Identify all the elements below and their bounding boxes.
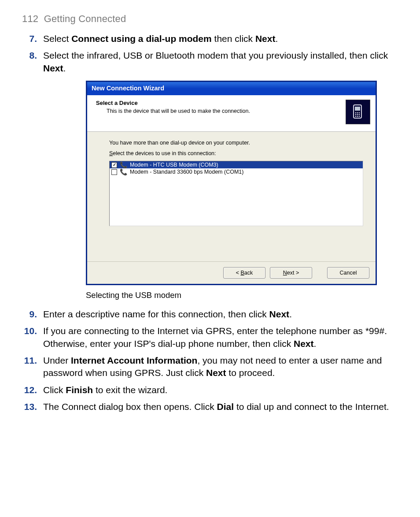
step-11: 11. Under Internet Account Information, … bbox=[22, 354, 400, 379]
svg-point-7 bbox=[359, 114, 360, 115]
step-13: 13. The Connect dialog box then opens. C… bbox=[22, 401, 400, 413]
device-label: Modem - HTC USB Modem (COM3) bbox=[130, 162, 218, 168]
cancel-button-label: Cancel bbox=[340, 270, 357, 276]
step-number: 7. bbox=[22, 33, 43, 45]
svg-point-6 bbox=[357, 114, 358, 115]
wizard-titlebar: New Connection Wizard bbox=[87, 82, 376, 95]
step-12: 12. Click Finish to exit the wizard. bbox=[22, 384, 400, 396]
wizard-window: New Connection Wizard Select a Device Th… bbox=[86, 81, 377, 285]
svg-point-8 bbox=[355, 116, 357, 117]
step-number: 8. bbox=[22, 49, 43, 74]
page-number: 112 bbox=[22, 13, 38, 24]
device-list-item[interactable]: ✓📞Modem - HTC USB Modem (COM3) bbox=[110, 161, 363, 168]
steps-list-continued: 9. Enter a descriptive name for this con… bbox=[22, 308, 400, 413]
wizard-content: You have more than one dial-up device on… bbox=[87, 132, 376, 261]
step-9: 9. Enter a descriptive name for this con… bbox=[22, 308, 400, 320]
modem-icon: 📞 bbox=[120, 162, 127, 168]
wizard-heading: Select a Device bbox=[96, 100, 250, 106]
step-body: If you are connecting to the Internet vi… bbox=[43, 325, 400, 350]
step-body: Select Connect using a dial-up modem the… bbox=[43, 33, 400, 45]
modem-icon: 📞 bbox=[120, 169, 127, 175]
next-button[interactable]: Next > bbox=[270, 267, 312, 279]
section-title: Getting Connected bbox=[44, 13, 126, 24]
step-number: 12. bbox=[22, 384, 43, 396]
wizard-button-panel: < Back Next > Cancel bbox=[87, 261, 376, 284]
step-8: 8. Select the infrared, USB or Bluetooth… bbox=[22, 49, 400, 74]
device-checkbox[interactable] bbox=[111, 169, 117, 175]
wizard-header-text: Select a Device This is the device that … bbox=[96, 100, 250, 114]
cancel-button[interactable]: Cancel bbox=[327, 267, 369, 279]
next-button-label: Next > bbox=[283, 270, 299, 276]
step-10: 10. If you are connecting to the Interne… bbox=[22, 325, 400, 350]
step-number: 13. bbox=[22, 401, 43, 413]
wizard-select-label: Select the devices to use in this connec… bbox=[109, 150, 363, 156]
wizard-header-panel: Select a Device This is the device that … bbox=[87, 95, 376, 132]
svg-point-5 bbox=[355, 114, 357, 115]
svg-point-2 bbox=[355, 112, 357, 114]
step-body: Click Finish to exit the wizard. bbox=[43, 384, 400, 396]
device-checkbox[interactable]: ✓ bbox=[111, 162, 117, 168]
device-list-item[interactable]: 📞Modem - Standard 33600 bps Modem (COM1) bbox=[110, 168, 363, 175]
step-body: Select the infrared, USB or Bluetooth mo… bbox=[43, 49, 400, 74]
steps-list: 7. Select Connect using a dial-up modem … bbox=[22, 33, 400, 74]
step-7: 7. Select Connect using a dial-up modem … bbox=[22, 33, 400, 45]
wizard-subheading: This is the device that will be used to … bbox=[107, 108, 250, 114]
device-listbox[interactable]: ✓📞Modem - HTC USB Modem (COM3)📞Modem - S… bbox=[109, 161, 363, 226]
back-button[interactable]: < Back bbox=[223, 267, 265, 279]
step-body: Under Internet Account Information, you … bbox=[43, 354, 400, 379]
svg-point-4 bbox=[359, 112, 360, 114]
svg-point-9 bbox=[357, 116, 358, 117]
svg-rect-1 bbox=[355, 107, 360, 111]
figure-caption: Selecting the USB modem bbox=[86, 290, 400, 300]
phone-device-icon bbox=[346, 100, 370, 124]
back-button-label: < Back bbox=[236, 270, 253, 276]
svg-point-10 bbox=[359, 116, 360, 117]
step-number: 10. bbox=[22, 325, 43, 350]
step-body: Enter a descriptive name for this connec… bbox=[43, 308, 400, 320]
page-header: 112 Getting Connected bbox=[22, 13, 400, 25]
step-body: The Connect dialog box then opens. Click… bbox=[43, 401, 400, 413]
step-number: 11. bbox=[22, 354, 43, 379]
svg-point-3 bbox=[357, 112, 358, 114]
device-label: Modem - Standard 33600 bps Modem (COM1) bbox=[130, 169, 243, 175]
wizard-info-text: You have more than one dial-up device on… bbox=[109, 140, 363, 146]
step-number: 9. bbox=[22, 308, 43, 320]
